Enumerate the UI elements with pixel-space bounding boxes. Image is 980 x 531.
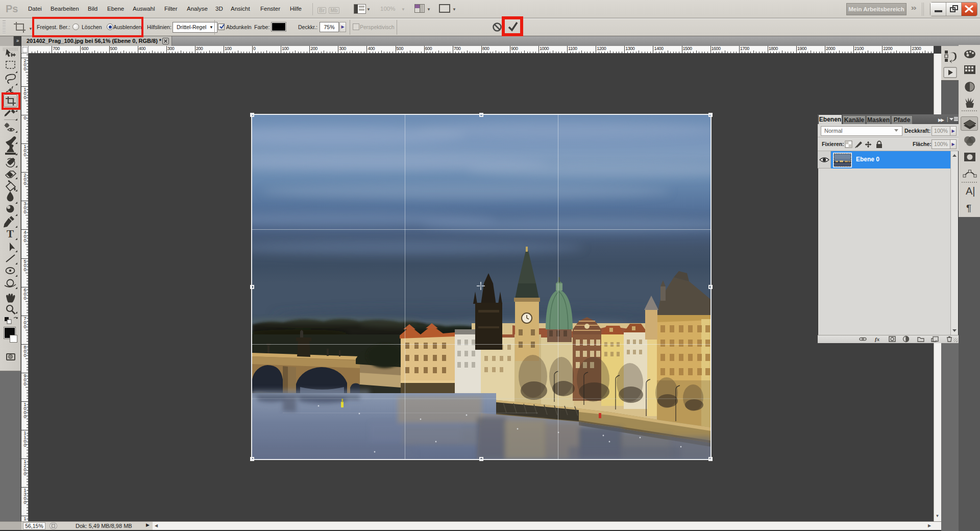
svg-text:T: T [7, 228, 14, 240]
svg-text:fx: fx [875, 336, 880, 342]
svg-text:A|: A| [966, 185, 975, 197]
svg-text:¶: ¶ [966, 203, 971, 213]
